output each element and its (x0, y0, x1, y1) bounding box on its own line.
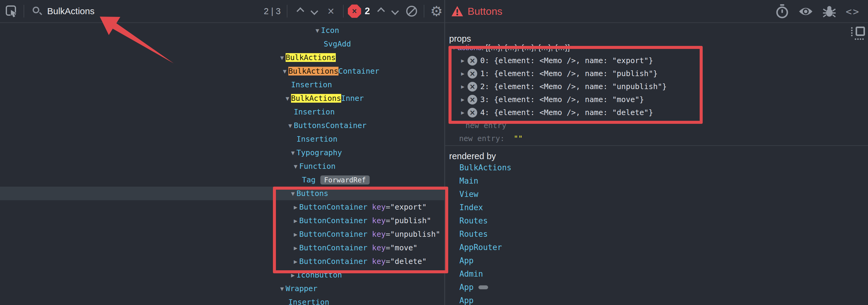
tree-row-ButtonContainer-key-export-[interactable]: ▸ButtonContainer key="export" (0, 200, 444, 214)
tree-row-Insertion[interactable]: Insertion (0, 78, 444, 92)
delete-entry-icon[interactable]: × (468, 69, 477, 78)
delete-entry-icon[interactable]: × (468, 95, 477, 104)
caret-down-icon[interactable]: ▾ (314, 26, 321, 35)
view-source-button[interactable]: <> (846, 4, 860, 19)
new-entry-value[interactable]: "" (514, 134, 523, 143)
rendered-by-item-AppRouter[interactable]: AppRouter (459, 241, 502, 254)
tree-row-ButtonContainer-key-unpublish-[interactable]: ▸ButtonContainer key="unpublish" (0, 227, 444, 241)
tree-row-Wrapper[interactable]: ▾Wrapper (0, 282, 444, 295)
caret-right-icon[interactable]: ▸ (292, 257, 299, 266)
caret-right-icon[interactable]: ▸ (459, 96, 466, 103)
caret-down-icon[interactable]: ▾ (450, 44, 458, 51)
component-name-part: ButtonsContainer (294, 121, 367, 130)
tree-row-Buttons[interactable]: ▾Buttons (0, 187, 444, 200)
rendered-by-item-App[interactable]: App (459, 254, 473, 267)
caret-right-icon[interactable]: ▸ (292, 216, 299, 225)
new-entry-row[interactable]: new entry: "" (459, 132, 523, 145)
caret-right-icon[interactable]: ▸ (292, 203, 299, 211)
tree-row-BulkActionsContainer[interactable]: ▾BulkActionsContainer (0, 64, 444, 78)
tree-row-Tag[interactable]: TagForwardRef (0, 173, 444, 187)
rendered-by-item-App[interactable]: App (459, 294, 473, 305)
rendered-by-item-View[interactable]: View (459, 188, 478, 201)
rendered-by-item-Admin[interactable]: Admin (459, 267, 483, 280)
rendered-by-name: Routes (459, 230, 488, 239)
tree-row-SvgAdd[interactable]: SvgAdd (0, 37, 444, 51)
tree-row-Typography[interactable]: ▾Typography (0, 146, 444, 160)
tree-row-ButtonContainer-key-publish-[interactable]: ▸ButtonContainer key="publish" (0, 214, 444, 227)
tree-row-ButtonContainer-key-move-[interactable]: ▸ButtonContainer key="move" (0, 241, 444, 255)
caret-right-icon[interactable]: ▸ (292, 244, 299, 252)
rendered-by-item-BulkActions[interactable]: BulkActions (459, 161, 512, 174)
tree-row-Insertion[interactable]: Insertion (0, 132, 444, 146)
suspense-toggle-button[interactable] (775, 4, 789, 19)
tree-row-Icon[interactable]: ▾Icon (0, 24, 444, 37)
caret-down-icon[interactable]: ▾ (278, 54, 286, 62)
delete-entry-icon[interactable]: × (468, 82, 477, 92)
rendered-by-name: Main (459, 176, 478, 185)
delete-entry-icon[interactable]: × (468, 56, 477, 66)
caret-down-icon[interactable]: ▾ (281, 67, 288, 75)
caret-down-icon[interactable]: ▾ (292, 162, 299, 171)
next-error-button[interactable] (388, 3, 404, 19)
props-array-item-2[interactable]: ▸×2: {element: <Memo />, name: "unpublis… (459, 80, 667, 93)
clear-search-button[interactable]: × (323, 3, 339, 19)
rendered-by-item-Routes[interactable]: Routes (459, 227, 488, 241)
delete-entry-icon[interactable]: × (468, 108, 477, 117)
new-entry-placeholder-row[interactable]: new entry (465, 119, 506, 132)
caret-down-icon[interactable]: ▾ (284, 94, 291, 103)
tree-row-Insertion[interactable]: Insertion (0, 295, 444, 305)
props-array-item-3[interactable]: ▸×3: {element: <Memo />, name: "move"} (459, 93, 644, 106)
component-name-part: key (372, 257, 385, 266)
props-array-item-4[interactable]: ▸×4: {element: <Memo />, name: "delete"} (459, 106, 653, 119)
tree-row-BulkActionsInner[interactable]: ▾BulkActionsInner (0, 92, 444, 105)
new-entry-placeholder: new entry (465, 121, 506, 130)
settings-button[interactable]: ⚙ (429, 3, 444, 19)
rendered-by-item-Index[interactable]: Index (459, 201, 483, 214)
rendered-by-name: Routes (459, 216, 488, 225)
toolbar-divider (424, 5, 424, 18)
caret-right-icon[interactable]: ▸ (289, 271, 297, 279)
details-header-icons: <> (775, 0, 860, 23)
inspect-element-button[interactable] (4, 3, 19, 19)
props-array-item-1[interactable]: ▸×1: {element: <Memo />, name: "publish"… (459, 67, 658, 80)
toolbar-divider (343, 5, 344, 18)
previous-error-button[interactable] (372, 3, 388, 19)
inspect-dom-button[interactable] (799, 4, 813, 19)
log-to-console-button[interactable] (822, 4, 837, 19)
caret-right-icon[interactable]: ▸ (459, 109, 466, 116)
tree-row-IconButton[interactable]: ▸IconButton (0, 268, 444, 282)
copy-props-icon[interactable] (851, 27, 865, 40)
component-name-part: Typography (297, 148, 342, 157)
rendered-by-item-App[interactable]: App (459, 280, 488, 294)
caret-down-icon[interactable]: ▾ (289, 189, 297, 198)
props-item-preview: 4: {element: <Memo />, name: "delete"} (480, 108, 653, 117)
caret-down-icon[interactable]: ▾ (278, 284, 286, 293)
clear-errors-button[interactable] (404, 3, 420, 19)
props-array-item-0[interactable]: ▸×0: {element: <Memo />, name: "export"} (459, 54, 653, 67)
component-name-part: Insertion (291, 80, 332, 89)
bug-icon (823, 5, 836, 18)
next-result-button[interactable] (307, 3, 323, 19)
caret-right-icon[interactable]: ▸ (459, 70, 466, 77)
caret-down-icon[interactable]: ▾ (289, 148, 297, 157)
tree-row-Function[interactable]: ▾Function (0, 160, 444, 173)
component-name-part: Icon (321, 26, 339, 35)
section-divider (445, 145, 868, 146)
tree-row-ButtonsContainer[interactable]: ▾ButtonsContainer (0, 119, 444, 132)
component-name-part: BulkActions (286, 53, 336, 62)
caret-right-icon[interactable]: ▸ (459, 83, 466, 90)
caret-right-icon[interactable]: ▸ (459, 57, 466, 64)
tree-row-ButtonContainer-key-delete-[interactable]: ▸ButtonContainer key="delete" (0, 255, 444, 268)
caret-down-icon[interactable]: ▾ (286, 122, 294, 130)
previous-result-button[interactable] (292, 3, 307, 19)
tree-row-Insertion[interactable]: Insertion (0, 105, 444, 119)
component-name-part: "unpublish" (390, 230, 440, 239)
caret-right-icon[interactable]: ▸ (292, 230, 299, 239)
search-input[interactable] (45, 2, 264, 20)
rendered-by-name: View (459, 190, 478, 199)
tree-row-BulkActions[interactable]: ▾BulkActions (0, 51, 444, 64)
props-row-actions[interactable]: ▾ actions: [{…}, {…}, {…}, {…}, {…}] (450, 41, 570, 54)
rendered-by-item-Main[interactable]: Main (459, 174, 478, 188)
component-name-part: "export" (390, 203, 427, 211)
rendered-by-item-Routes[interactable]: Routes (459, 214, 488, 227)
